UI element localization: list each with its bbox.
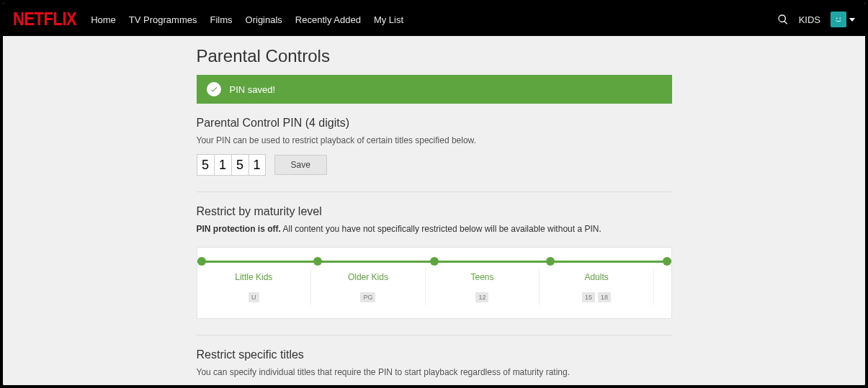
profile-menu[interactable] xyxy=(831,12,855,27)
pin-heading: Parental Control PIN (4 digits) xyxy=(197,117,672,130)
maturity-label: Teens xyxy=(430,272,535,282)
kids-link[interactable]: KIDS xyxy=(799,14,820,25)
divider xyxy=(197,335,672,335)
nav-originals[interactable]: Originals xyxy=(246,14,282,25)
caret-down-icon xyxy=(849,18,855,22)
page-title: Parental Controls xyxy=(197,46,672,66)
nav-home[interactable]: Home xyxy=(91,14,116,25)
logo[interactable]: NETFLIX xyxy=(13,9,76,30)
maturity-label: Adults xyxy=(544,272,649,282)
restrict-status-bold: PIN protection is off. xyxy=(197,224,281,234)
header-right: KIDS xyxy=(777,12,855,27)
success-banner: PIN saved! xyxy=(197,75,672,104)
restrict-heading: Restrict by maturity level xyxy=(197,205,672,218)
avatar xyxy=(831,12,846,27)
slider-nodes xyxy=(197,257,671,266)
maturity-label: Older Kids xyxy=(316,272,421,282)
maturity-teens[interactable]: Teens 12 xyxy=(426,269,540,305)
pin-digit-1[interactable] xyxy=(197,154,214,176)
nav-tv-programmes[interactable]: TV Programmes xyxy=(129,14,197,25)
maturity-older-kids[interactable]: Older Kids PG xyxy=(311,269,426,305)
slider-node[interactable] xyxy=(313,257,322,266)
check-icon xyxy=(207,82,221,96)
restrict-status-rest: All content you have not specifically re… xyxy=(281,224,601,234)
pin-desc: Your PIN can be used to restrict playbac… xyxy=(197,135,672,145)
maturity-slider[interactable]: Little Kids U Older Kids PG Teens 12 Adu… xyxy=(197,247,672,319)
svg-point-0 xyxy=(836,17,838,19)
app-frame: NETFLIX Home TV Programmes Films Origina… xyxy=(0,0,868,388)
divider xyxy=(197,191,672,192)
rating-pill: 12 xyxy=(475,292,488,302)
nav-films[interactable]: Films xyxy=(210,14,233,25)
rating-pill: PG xyxy=(360,292,375,302)
maturity-little-kids[interactable]: Little Kids U xyxy=(197,269,312,305)
save-button[interactable]: Save xyxy=(274,155,327,175)
nav-recently-added[interactable]: Recently Added xyxy=(295,14,361,25)
slider-node[interactable] xyxy=(663,257,671,266)
pin-digit-3[interactable] xyxy=(231,154,249,176)
success-text: PIN saved! xyxy=(230,84,276,95)
restrict-status: PIN protection is off. All content you h… xyxy=(197,224,672,234)
specific-desc: You can specify individual titles that r… xyxy=(197,367,672,377)
pin-inputs xyxy=(197,154,266,176)
pin-digit-2[interactable] xyxy=(214,154,231,176)
slider-node[interactable] xyxy=(197,257,206,266)
top-bar: NETFLIX Home TV Programmes Films Origina… xyxy=(3,3,865,36)
slider-node[interactable] xyxy=(546,257,555,266)
nav-my-list[interactable]: My List xyxy=(374,14,403,25)
rating-pill: 15 xyxy=(582,292,595,302)
rating-pill: U xyxy=(249,292,259,302)
search-icon[interactable] xyxy=(777,14,789,25)
maturity-end-cap xyxy=(654,269,671,305)
slider-node[interactable] xyxy=(430,257,439,266)
svg-point-1 xyxy=(839,17,841,19)
pin-digit-4[interactable] xyxy=(249,154,266,176)
main-nav: Home TV Programmes Films Originals Recen… xyxy=(91,14,403,25)
maturity-adults[interactable]: Adults 15 18 xyxy=(540,269,654,305)
maturity-label: Little Kids xyxy=(202,272,307,282)
content-area: Parental Controls PIN saved! Parental Co… xyxy=(3,36,865,385)
specific-heading: Restrict specific titles xyxy=(197,348,672,361)
rating-pill: 18 xyxy=(598,292,611,302)
